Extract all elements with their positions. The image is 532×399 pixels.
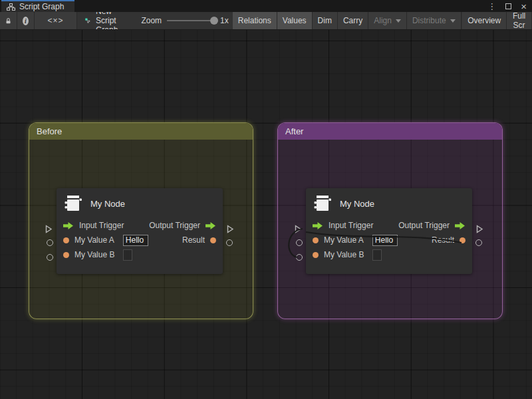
carry-toggle[interactable]: Carry [338,12,368,29]
node-header: My Node [306,188,472,215]
flow-input-port-icon[interactable] [63,221,74,230]
overview-button[interactable]: Overview [462,12,507,29]
lock-button[interactable] [0,12,17,29]
code-preview-button[interactable]: <×> [35,12,77,29]
port-row: My Value B [57,247,223,262]
my-value-b-field[interactable] [372,249,382,261]
graph-canvas[interactable]: Before After My Node [0,30,532,399]
input-trigger-label: Input Trigger [329,221,373,230]
external-flow-port[interactable] [227,224,234,236]
zoom-slider[interactable] [167,20,215,21]
external-flow-port[interactable] [295,224,302,236]
values-toggle[interactable]: Values [277,12,313,29]
node-ports: Input Trigger Output Trigger My Value A [306,218,472,262]
output-trigger-label: Output Trigger [149,221,200,230]
external-flow-port[interactable] [45,224,53,236]
script-graph-tab-icon [7,3,15,11]
align-dropdown[interactable]: Align [368,12,407,29]
zoom-label: Zoom [141,16,162,25]
value-input-port-icon[interactable] [63,237,69,243]
graph-toolbar: i <×> New Script Graph Zoom 1x Relations… [0,12,532,30]
value-output-port-icon[interactable] [460,237,466,243]
relations-toggle[interactable]: Relations [233,12,277,29]
value-input-port-icon[interactable] [63,252,69,258]
port-row: My Value A Result [306,233,472,247]
unit-node-icon [314,195,332,213]
graph-title-label: New Script Graph [96,12,129,30]
maximize-icon[interactable] [505,3,511,9]
result-label: Result [182,235,205,245]
node-my-node-before[interactable]: My Node Input Trigger Output Trigger [57,188,223,274]
zoom-slider-knob[interactable] [210,17,218,25]
group-before-title: Before [37,126,62,136]
port-row: Input Trigger Output Trigger [57,218,223,233]
external-value-port[interactable] [47,239,53,246]
node-title: My Node [340,199,374,209]
my-value-a-field[interactable] [372,235,398,246]
graph-asset-icon [85,16,90,25]
dim-toggle[interactable]: Dim [313,12,338,29]
distribute-dropdown[interactable]: Distribute [407,12,462,29]
group-after-header[interactable]: After [278,123,502,140]
chevron-down-icon [450,19,456,23]
tab-title: Script Graph [19,2,64,11]
chevron-down-icon [396,19,401,23]
port-row: Input Trigger Output Trigger [306,218,472,233]
group-after-title: After [285,126,303,136]
external-value-port[interactable] [47,254,53,261]
external-flow-port[interactable] [476,224,483,236]
external-value-port[interactable] [475,239,482,246]
info-button[interactable]: i [17,12,35,29]
value-output-port-icon[interactable] [210,237,216,243]
tab-bar: Script Graph ⋮ × [0,0,532,12]
window-menu-icon[interactable]: ⋮ [487,2,496,11]
port-row: My Value A Result [57,233,223,247]
node-title: My Node [90,199,125,209]
unit-node-icon [65,195,83,213]
output-trigger-label: Output Trigger [398,221,450,230]
flow-input-port-icon[interactable] [313,221,323,230]
result-label: Result [432,235,454,245]
node-header: My Node [57,188,223,215]
tab-script-graph[interactable]: Script Graph [1,0,74,12]
zoom-value: 1x [220,16,229,25]
external-value-port[interactable] [226,239,233,246]
my-value-b-label: My Value B [324,250,364,259]
code-preview-icon: <×> [47,16,63,25]
value-input-port-icon[interactable] [313,252,319,258]
my-value-a-label: My Value A [74,235,114,245]
node-my-node-after[interactable]: My Node Input Trigger Output Trigger [306,188,472,274]
my-value-a-field[interactable] [123,235,148,246]
input-trigger-label: Input Trigger [79,221,124,230]
lock-icon [5,17,11,25]
visual-scripting-window: Script Graph ⋮ × i <×> [0,0,532,399]
external-value-port[interactable] [296,254,303,261]
value-input-port-icon[interactable] [313,237,319,243]
flow-output-port-icon[interactable] [455,221,466,230]
close-icon[interactable]: × [521,1,527,11]
window-controls: ⋮ × [487,0,532,12]
graph-title-area: New Script Graph [77,12,137,29]
my-value-b-field[interactable] [123,249,132,261]
flow-output-port-icon[interactable] [205,221,216,230]
port-row: My Value B [306,247,472,262]
node-ports: Input Trigger Output Trigger My Value A [57,218,223,262]
my-value-b-label: My Value B [74,250,114,259]
zoom-control: Zoom 1x [137,12,232,29]
info-icon: i [23,17,29,25]
group-before-header[interactable]: Before [29,123,253,140]
toolbar-toggles: Relations Values Dim Carry Align Distrib… [233,12,532,29]
my-value-a-label: My Value A [324,235,364,245]
external-value-port[interactable] [296,239,303,246]
fullscreen-button[interactable]: Full Scr [507,12,532,29]
